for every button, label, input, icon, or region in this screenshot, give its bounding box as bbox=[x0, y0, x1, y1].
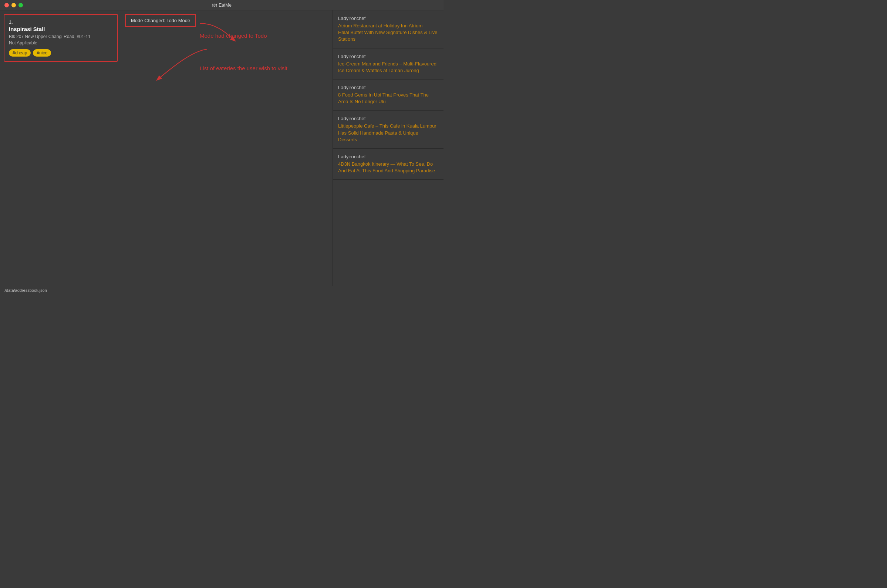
tag-cheap[interactable]: #cheap bbox=[9, 49, 31, 57]
feed-item-1[interactable]: Ladyironchef Atrium Restaurant at Holida… bbox=[333, 10, 443, 48]
eatery-rating: Not Applicable bbox=[9, 40, 113, 45]
app-body: 1. Inspirasi Stall Blk 207 New Upper Cha… bbox=[0, 10, 443, 286]
traffic-lights bbox=[5, 3, 23, 8]
annotation-list-label: List of eateries the user wish to visit bbox=[200, 65, 287, 71]
feed-source-3: Ladyironchef bbox=[338, 85, 438, 90]
feed-title-1: Atrium Restaurant at Holiday Inn Atrium … bbox=[338, 22, 438, 43]
close-button[interactable] bbox=[5, 3, 9, 8]
annotation-mode-changed: Mode had changed to Todo bbox=[200, 33, 267, 39]
feed-item-3[interactable]: Ladyironchef 8 Food Gems In Ubi That Pro… bbox=[333, 80, 443, 111]
minimize-button[interactable] bbox=[12, 3, 16, 8]
feed-title-3: 8 Food Gems In Ubi That Proves That The … bbox=[338, 92, 438, 105]
mode-notification: Mode Changed: Todo Mode bbox=[125, 14, 196, 27]
eatery-card[interactable]: 1. Inspirasi Stall Blk 207 New Upper Cha… bbox=[4, 14, 118, 62]
right-panel: Ladyironchef Atrium Restaurant at Holida… bbox=[333, 10, 443, 286]
window-chrome: 🍽 EatMe bbox=[0, 0, 443, 10]
feed-source-2: Ladyironchef bbox=[338, 54, 438, 59]
feed-source-4: Ladyironchef bbox=[338, 116, 438, 121]
feed-item-4[interactable]: Ladyironchef Littlepeople Cafe – This Ca… bbox=[333, 111, 443, 148]
eatery-number: 1. bbox=[9, 19, 113, 25]
left-panel: 1. Inspirasi Stall Blk 207 New Upper Cha… bbox=[0, 10, 122, 286]
feed-title-4: Littlepeople Cafe – This Cafe in Kuala L… bbox=[338, 123, 438, 143]
maximize-button[interactable] bbox=[18, 3, 23, 8]
middle-panel: Mode Changed: Todo Mode Mode had changed… bbox=[122, 10, 333, 286]
app-title: EatMe bbox=[219, 3, 231, 8]
feed-item-5[interactable]: Ladyironchef 4D3N Bangkok Itinerary — Wh… bbox=[333, 148, 443, 180]
feed-source-1: Ladyironchef bbox=[338, 15, 438, 21]
eatery-name: Inspirasi Stall bbox=[9, 26, 113, 32]
app-icon: 🍽 bbox=[212, 2, 217, 8]
feed-item-2[interactable]: Ladyironchef Ice-Cream Man and Friends –… bbox=[333, 48, 443, 80]
feed-title-5: 4D3N Bangkok Itinerary — What To See, Do… bbox=[338, 161, 438, 174]
status-bar: ./data/addressbook.json bbox=[0, 286, 443, 294]
eatery-tags: #cheap #nice bbox=[9, 49, 113, 57]
window-title: 🍽 EatMe bbox=[212, 2, 231, 8]
file-path: ./data/addressbook.json bbox=[4, 288, 47, 292]
feed-title-2: Ice-Cream Man and Friends – Multi-Flavou… bbox=[338, 61, 438, 74]
tag-nice[interactable]: #nice bbox=[33, 49, 51, 57]
mode-notification-text: Mode Changed: Todo Mode bbox=[131, 18, 190, 23]
feed-source-5: Ladyironchef bbox=[338, 154, 438, 159]
eatery-address: Blk 207 New Upper Changi Road, #01-11 bbox=[9, 34, 113, 39]
